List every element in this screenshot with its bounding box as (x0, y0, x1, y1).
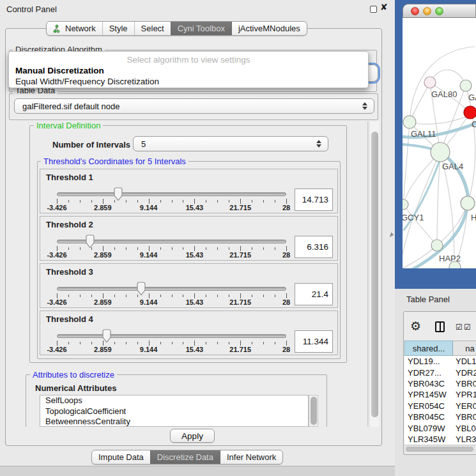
numerical-attributes-label: Numerical Attributes (35, 383, 116, 393)
network-node[interactable] (403, 199, 408, 210)
scale-label: -3.426 (47, 298, 66, 306)
split-columns-icon[interactable] (435, 321, 445, 332)
column-header-name[interactable]: na (453, 341, 476, 356)
slider-track[interactable] (57, 287, 286, 291)
cell-shared-name: YBR043C (404, 379, 453, 388)
table-row[interactable]: YDL19...YDL1 (404, 356, 476, 367)
table-row[interactable]: YBR043CYBR0 (404, 378, 476, 389)
slider-scale-labels: -3.4262.8599.14415.4321.71528 (57, 346, 286, 353)
tab-style[interactable]: Style (102, 22, 134, 35)
close-traffic-light[interactable] (411, 7, 419, 15)
network-canvas[interactable]: GAL80GACGAL11GAL4GCY1HHAP2 (403, 18, 476, 268)
network-node[interactable] (461, 196, 475, 210)
bottom-tab-bar: Impute DataDiscretize DataInfer Network (91, 450, 283, 464)
cell-shared-name: YER054C (404, 401, 453, 411)
minimize-traffic-light[interactable] (423, 7, 431, 15)
threshold-label: Threshold 2 (46, 220, 93, 229)
cell-name: YBR0 (453, 412, 476, 422)
scale-label: 21.715 (229, 204, 251, 211)
tab-network[interactable]: Network (47, 22, 102, 35)
scale-label: 28 (282, 204, 290, 211)
table-row[interactable]: YLR345WYLR3 (404, 434, 476, 445)
numerical-attributes-list[interactable]: SelfLoopsTopologicalCoefficientBetweenne… (40, 395, 309, 427)
threshold-value-field[interactable]: 14.713 (295, 188, 333, 211)
popup-option-manual[interactable]: Manual Discretization (10, 66, 109, 75)
attribute-list-item[interactable]: BetweennessCentrality (45, 417, 308, 427)
scrollbar-thumb[interactable] (406, 447, 473, 452)
threshold-value-field[interactable]: 21.4 (295, 283, 333, 305)
attribute-list-item[interactable]: TopologicalCoefficient (45, 406, 308, 417)
slider-track[interactable] (57, 334, 286, 338)
scale-label: 9.144 (140, 346, 158, 353)
network-node[interactable] (403, 116, 416, 128)
scale-label: 21.715 (229, 298, 251, 306)
slider-track[interactable] (57, 192, 286, 196)
cell-shared-name: YLR345W (404, 434, 453, 444)
tab-impute-data[interactable]: Impute Data (92, 450, 150, 464)
scale-label: 2.859 (94, 298, 112, 306)
table-row[interactable]: YBR045CYBR0 (404, 411, 476, 422)
network-graph[interactable]: GAL80GACGAL11GAL4GCY1HHAP2 (403, 18, 476, 268)
table-panel-body: ⚙ ☑ ☑ shared... na YDL19...YDL1YDR27...Y… (403, 311, 476, 455)
network-node[interactable] (424, 77, 436, 88)
threshold-value-field[interactable]: 11.344 (295, 330, 333, 353)
tab-select[interactable]: Select (134, 22, 171, 35)
cell-name: YDR2 (453, 368, 476, 378)
table-row[interactable]: YDR27...YDR2 (404, 367, 476, 378)
network-window-titlebar[interactable] (403, 4, 476, 18)
checkbox-select-icon[interactable]: ☑ (464, 323, 471, 332)
network-node[interactable] (431, 142, 450, 162)
threshold-label: Threshold 3 (46, 267, 93, 277)
settings-scrollbar[interactable] (369, 121, 379, 427)
zoom-traffic-light[interactable] (435, 7, 443, 15)
cell-shared-name: YBL079W (404, 424, 453, 433)
scale-label: -3.426 (47, 251, 66, 259)
tab-label: Style (109, 24, 128, 33)
gear-icon[interactable]: ⚙ (410, 319, 421, 334)
settings-scroll-viewport: Interval Definition Number of Intervals … (9, 121, 368, 427)
interval-definition-title: Interval Definition (34, 121, 103, 130)
tab-label: jActiveMNodules (238, 24, 300, 33)
tab-jactivemnodules[interactable]: jActiveMNodules (231, 22, 307, 35)
table-row[interactable]: YPR145WYPR1 (404, 389, 476, 400)
network-tab-icon (53, 24, 61, 33)
table-row[interactable]: YER054CYER0 (404, 401, 476, 411)
thresholds-group-title: Threshold's Coordinates for 5 Intervals (41, 157, 188, 166)
attributes-list-scrollbar[interactable] (309, 395, 318, 427)
tab-infer-network[interactable]: Infer Network (220, 450, 282, 464)
tab-discretize-data[interactable]: Discretize Data (150, 450, 220, 464)
float-window-icon[interactable] (370, 6, 377, 13)
column-header-shared-name[interactable]: shared... (404, 341, 453, 356)
network-node[interactable] (460, 80, 472, 91)
mouse-cursor (390, 232, 394, 238)
table-data-combo-value: galFiltered.sif default node (22, 102, 119, 111)
cell-shared-name: YDL19... (404, 357, 453, 366)
table-panel-title: Table Panel (406, 295, 450, 304)
number-of-intervals-combo[interactable]: 5 (133, 136, 328, 151)
network-node-label: H (471, 213, 476, 222)
tab-cyni-toolbox[interactable]: Cyni Toolbox (171, 22, 231, 35)
popup-option-equal-width[interactable]: Equal Width/Frequency Discretization (10, 77, 164, 86)
close-icon[interactable]: ✘ (380, 2, 388, 12)
scale-label: 28 (282, 251, 290, 259)
slider-ticks (57, 293, 286, 298)
scrollbar-thumb[interactable] (371, 132, 378, 417)
attribute-list-item[interactable]: SelfLoops (45, 395, 308, 406)
network-node[interactable] (431, 240, 443, 251)
table-horizontal-scrollbar[interactable] (404, 445, 476, 452)
scrollbar-thumb[interactable] (311, 397, 317, 425)
apply-button[interactable]: Apply (170, 429, 215, 443)
slider-scale-labels: -3.4262.8599.14415.4321.71528 (57, 204, 286, 211)
network-node[interactable] (464, 106, 476, 119)
scale-label: 15.43 (186, 204, 204, 211)
table-data-combo[interactable]: galFiltered.sif default node (14, 98, 374, 114)
threshold-label: Threshold 1 (46, 173, 93, 182)
cell-name: YBL0 (453, 424, 476, 433)
checkbox-select-icon[interactable]: ☑ (456, 323, 463, 332)
cell-name: YER0 (453, 401, 476, 411)
table-row[interactable]: YBL079WYBL0 (404, 422, 476, 433)
tab-label: Select (141, 24, 164, 33)
threshold-value-field[interactable]: 6.316 (295, 236, 333, 258)
panel-title: Control Panel (6, 4, 57, 14)
tab-label: Network (65, 24, 96, 33)
